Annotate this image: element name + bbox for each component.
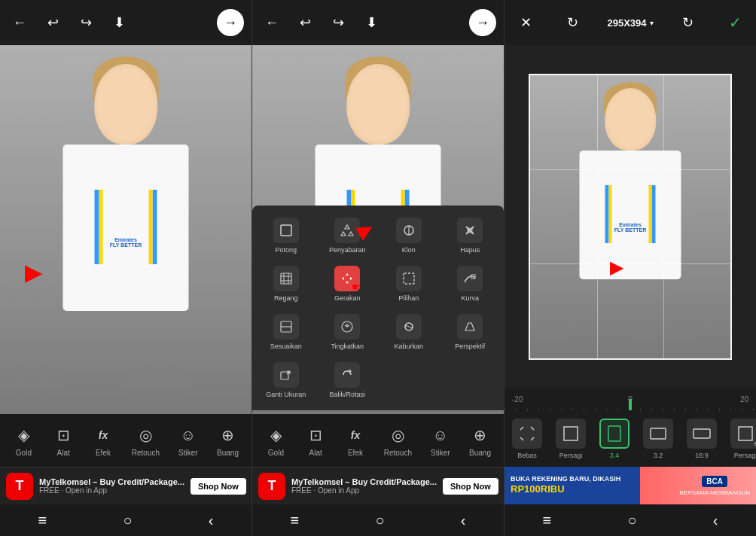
bebas-icon	[512, 419, 542, 449]
balik-rotasi-icon	[334, 362, 360, 388]
toolbar-2: ← ↩ ↪ ⬇ →	[252, 0, 504, 45]
popup-item-hapus[interactable]: Hapus	[441, 213, 500, 258]
tool-buang-1[interactable]: ⊕ Buang	[217, 424, 239, 457]
refresh2-button-3[interactable]: ↻	[676, 11, 700, 35]
popup-item-pilihan[interactable]: Pilihan	[380, 261, 438, 306]
tool-gold-1[interactable]: ◈ Gold	[12, 424, 35, 457]
back-nav-1[interactable]: ‹	[209, 512, 214, 529]
tool-alat-2[interactable]: ⊡ Alat	[304, 424, 327, 457]
crop-image-area: EmiratesFLY BETTER ▶	[505, 45, 756, 388]
voucher-text1: BUKA REKENING BARU, DIKASIH	[511, 475, 634, 484]
persagi2-icon: ⊕	[730, 419, 756, 449]
popup-item-ganti-ukuran[interactable]: Ganti Ukuran	[257, 358, 316, 403]
menu-nav-1[interactable]: ≡	[38, 512, 47, 529]
crop-stripe-left2	[609, 185, 612, 243]
home-nav-1[interactable]: ○	[123, 512, 132, 529]
tool-stiker-1[interactable]: ☺ Stiker	[177, 424, 200, 457]
dimension-text: 295X394	[607, 17, 646, 29]
popup-item-klon[interactable]: Klon	[380, 213, 438, 258]
undo-button-2[interactable]: ↩	[293, 11, 317, 35]
ganti-ukuran-icon	[273, 362, 299, 388]
undo-button-1[interactable]: ↩	[41, 11, 65, 35]
dimension-selector[interactable]: 295X394 ▾	[607, 17, 653, 29]
menu-nav-2[interactable]: ≡	[291, 512, 300, 529]
buang-icon-1: ⊕	[217, 424, 239, 446]
download-button-1[interactable]: ⬇	[107, 11, 131, 35]
tool-efek-2[interactable]: fx Efek	[344, 424, 367, 457]
svg-rect-19	[694, 429, 710, 438]
tool-stiker-2[interactable]: ☺ Stiker	[429, 424, 452, 457]
aspect-persagi2[interactable]: ⊕ Persagi	[727, 419, 756, 459]
back-button-1[interactable]: ←	[8, 11, 32, 35]
nav-bar-3: ≡ ○ ‹	[505, 504, 756, 536]
ratio-3-2-label: 3.2	[654, 452, 663, 459]
tool-buang-2[interactable]: ⊕ Buang	[469, 424, 492, 457]
crop-player-body	[580, 151, 681, 279]
tool-retouch-1[interactable]: ◎ Retouch	[132, 424, 160, 457]
stiker-icon-1: ☺	[177, 424, 200, 446]
popup-item-gerakan[interactable]: ☛ Gerakan	[319, 261, 377, 306]
retouch-label-2: Retouch	[384, 449, 412, 457]
tool-gold-2[interactable]: ◈ Gold	[264, 424, 287, 457]
popup-item-tingkatkan[interactable]: Tingkatkan	[319, 309, 377, 355]
potong-label: Potong	[275, 246, 297, 254]
popup-item-kaburkan[interactable]: Kaburkan	[380, 309, 438, 355]
aspect-persagi[interactable]: Persagi	[552, 419, 590, 459]
back-nav-2[interactable]: ‹	[461, 512, 466, 529]
next-button-1[interactable]: →	[217, 9, 244, 36]
panel-2: ← ↩ ↪ ⬇ → EmiratesFLY BETTER	[252, 0, 505, 536]
popup-item-perspektif[interactable]: Perspektif	[441, 309, 500, 355]
popup-item-kurva[interactable]: Kurva	[441, 261, 500, 306]
ganti-ukuran-label: Ganti Ukuran	[266, 391, 306, 398]
gerakan-icon: ☛	[334, 266, 360, 291]
perspektif-label: Perspektif	[455, 343, 485, 350]
back-button-2[interactable]: ←	[260, 11, 284, 35]
download-button-2[interactable]: ⬇	[359, 11, 383, 35]
aspect-3-2[interactable]: 3.2	[639, 419, 677, 459]
efek-label-1: Efek	[96, 449, 111, 457]
redo-button-2[interactable]: ↪	[326, 11, 350, 35]
shop-now-button-2[interactable]: Shop Now	[443, 478, 498, 495]
player-head-2	[346, 64, 410, 145]
refresh-button-3[interactable]: ↻	[560, 11, 584, 35]
persagi-label: Persagi	[559, 452, 583, 459]
bottom-toolbar-2: ◈ Gold ⊡ Alat fx Efek ◎ Retouch ☺ Stiker…	[252, 414, 504, 467]
tool-alat-1[interactable]: ⊡ Alat	[52, 424, 75, 457]
confirm-button-3[interactable]: ✓	[723, 11, 747, 35]
retouch-icon-2: ◎	[386, 424, 409, 446]
aspect-3-4[interactable]: 3.4	[596, 419, 633, 459]
efek-icon-1: fx	[92, 424, 114, 446]
ad-banner-3: BUKA REKENING BARU, DIKASIH RP100RIBU BC…	[505, 467, 756, 504]
aspect-16-9[interactable]: 16:9	[683, 419, 721, 459]
bottom-toolbar-1: ◈ Gold ⊡ Alat fx Efek ◎ Retouch ☺ Stiker…	[0, 414, 251, 467]
ruler-center-marker	[629, 399, 632, 410]
kurva-label: Kurva	[461, 294, 479, 302]
pilihan-label: Pilihan	[398, 294, 419, 302]
ad-text-2: MyTelkomsel – Buy Credit/Package... FREE…	[291, 477, 437, 495]
aspect-bebas[interactable]: Bebas	[508, 419, 546, 459]
back-nav-3[interactable]: ‹	[713, 512, 718, 529]
svg-rect-16	[564, 427, 578, 440]
shop-now-button-1[interactable]: Shop Now	[191, 478, 246, 495]
stripe-left-1	[94, 190, 99, 264]
tool-retouch-2[interactable]: ◎ Retouch	[384, 424, 412, 457]
home-nav-2[interactable]: ○	[375, 512, 384, 529]
ratio-3-4-label: 3.4	[610, 452, 620, 459]
popup-item-sesuaikan[interactable]: Sesuaikan	[257, 309, 316, 355]
home-nav-3[interactable]: ○	[627, 512, 636, 529]
jersey-text-1: EmiratesFLY BETTER	[110, 237, 142, 248]
svg-rect-20	[739, 427, 752, 440]
popup-item-potong[interactable]: Potong	[257, 213, 316, 258]
tool-efek-1[interactable]: fx Efek	[92, 424, 114, 457]
redo-button-1[interactable]: ↪	[74, 11, 98, 35]
menu-nav-3[interactable]: ≡	[543, 512, 552, 529]
efek-label-2: Efek	[348, 449, 363, 457]
regang-label: Regang	[274, 294, 298, 302]
popup-item-balik-rotasi[interactable]: Balik/Rotasi	[319, 358, 377, 403]
bca-logo: BCA	[702, 476, 727, 487]
popup-item-regang[interactable]: Regang	[257, 261, 316, 306]
close-button-3[interactable]: ✕	[514, 11, 538, 35]
next-button-2[interactable]: →	[469, 9, 496, 36]
potong-icon	[273, 218, 299, 243]
crop-toolbar: ✕ ↻ 295X394 ▾ ↻ ✓	[505, 0, 756, 45]
